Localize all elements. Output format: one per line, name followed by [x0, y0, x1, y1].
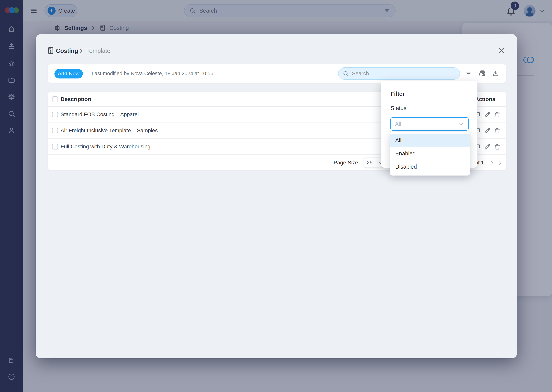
template-description: Standard FOB Costing – Apparel: [61, 106, 139, 123]
row-checkbox[interactable]: [52, 144, 58, 149]
template-search[interactable]: [338, 67, 460, 80]
option-disabled[interactable]: Disabled: [390, 160, 470, 173]
modal-breadcrumb-costing[interactable]: Costing: [56, 48, 78, 54]
column-description: Description: [61, 92, 91, 106]
option-enabled[interactable]: Enabled: [390, 147, 470, 160]
status-label: Status: [391, 105, 406, 112]
svg-text:$: $: [50, 49, 52, 53]
filter-title: Filter: [391, 91, 405, 97]
last-page-icon[interactable]: [498, 160, 504, 166]
row-checkbox[interactable]: [52, 112, 58, 117]
download-icon[interactable]: [492, 70, 500, 77]
edit-pencil-icon[interactable]: [484, 111, 491, 118]
edit-pencil-icon[interactable]: [484, 127, 491, 134]
last-modified-text: Last modified by Nova Celeste, 18 Jan 20…: [92, 64, 213, 83]
modal-toolbar: Add New Last modified by Nova Celeste, 1…: [48, 64, 506, 83]
chevron-down-icon: [458, 121, 464, 127]
option-all[interactable]: All: [390, 134, 470, 147]
delete-trash-icon[interactable]: [494, 127, 501, 134]
delete-trash-icon[interactable]: [494, 111, 501, 118]
add-new-button[interactable]: Add New: [54, 69, 83, 78]
modal-breadcrumb-template: Template: [86, 48, 110, 54]
template-description: Full Costing with Duty & Warehousing: [61, 139, 151, 155]
next-page-icon[interactable]: [489, 160, 495, 166]
status-select-value: All: [395, 121, 401, 127]
status-select[interactable]: All: [390, 117, 469, 131]
column-actions: Actions: [475, 92, 495, 106]
edit-pencil-icon[interactable]: [484, 143, 491, 150]
select-all-checkbox[interactable]: [52, 96, 58, 102]
chevron-right-icon: [78, 48, 84, 54]
toolbar-divider: [86, 70, 86, 77]
template-description: Air Freight Inclusive Template – Samples: [61, 123, 158, 139]
page-size-label: Page Size:: [324, 155, 360, 170]
app-root: + Create 9 Settings: [0, 0, 552, 392]
search-icon: [343, 70, 349, 77]
card-user-archive-icon[interactable]: [478, 70, 486, 77]
close-icon[interactable]: [496, 46, 506, 56]
template-search-input[interactable]: [351, 70, 455, 77]
filter-icon[interactable]: [465, 70, 473, 77]
costing-doc-icon: $: [46, 46, 55, 55]
status-options-dropdown: All Enabled Disabled: [390, 132, 470, 175]
delete-trash-icon[interactable]: [494, 143, 501, 150]
row-checkbox[interactable]: [52, 128, 58, 133]
